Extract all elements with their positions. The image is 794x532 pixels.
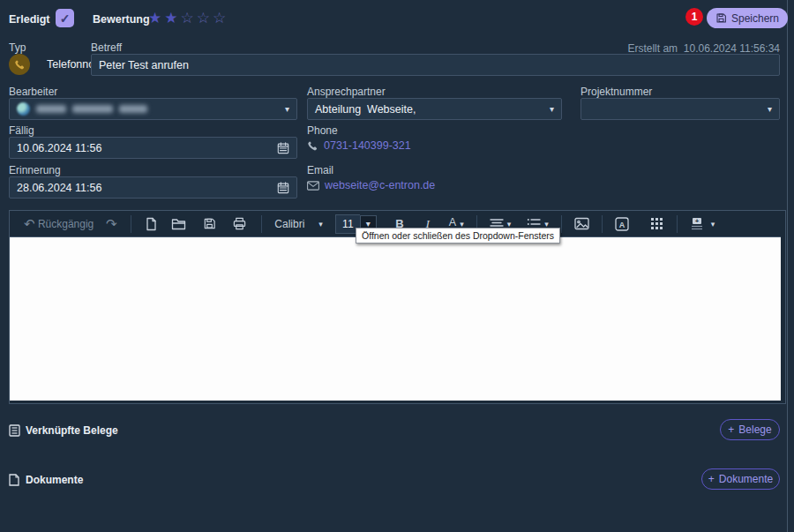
calendar-icon[interactable]: [277, 182, 289, 194]
plus-icon: +: [708, 473, 715, 485]
chevron-down-icon: ▾: [460, 220, 464, 229]
star-icon[interactable]: ★: [164, 10, 180, 26]
undo-button[interactable]: ↶ Rückgängig: [22, 214, 95, 234]
star-icon[interactable]: ★: [148, 10, 164, 26]
svg-text:A: A: [619, 220, 625, 229]
insert-image-button[interactable]: [573, 214, 591, 234]
note-type-badge: [9, 54, 30, 75]
email-label: Email: [307, 164, 333, 176]
bewertung-label: Bewertung: [93, 13, 150, 26]
toolbar-separator: [677, 215, 678, 233]
editor-content-area[interactable]: [10, 236, 781, 401]
redo-icon: ↷: [106, 217, 117, 230]
add-dokumente-button[interactable]: + Dokumente: [701, 468, 780, 490]
faellig-value: 10.06.2024 11:56: [17, 142, 101, 154]
dropdown-tooltip: Öffnen oder schließen des Dropdown-Fenst…: [356, 228, 560, 244]
note-detail-page: Erledigt ✓ Bewertung ★★☆☆☆ 1 Speichern T…: [0, 0, 794, 532]
betreff-input[interactable]: Peter Test anrufen: [91, 54, 780, 76]
chevron-down-icon[interactable]: ▾: [768, 105, 772, 114]
document-icon: [9, 474, 19, 486]
font-name-select[interactable]: Calibri ▾: [273, 214, 325, 234]
created-at-value: 10.06.2024 11:56:34: [684, 42, 780, 55]
ansprechpartner-select[interactable]: Abteilung Webseite, ▾: [307, 98, 562, 120]
bearbeiter-label: Bearbeiter: [9, 86, 57, 98]
insert-table-button[interactable]: [648, 214, 666, 234]
faellig-label: Fällig: [9, 124, 34, 137]
star-icon[interactable]: ☆: [213, 10, 228, 26]
ansprechpartner-value: Abteilung Webseite,: [315, 103, 416, 116]
printer-icon: [233, 217, 246, 230]
email-link[interactable]: webseite@c-entron.de: [325, 179, 435, 191]
ansprechpartner-label: Ansprechpartner: [307, 86, 386, 98]
calendar-icon[interactable]: [277, 142, 289, 154]
image-icon: [574, 217, 589, 230]
envelope-icon: [307, 181, 319, 191]
projektnummer-label: Projektnummer: [581, 86, 652, 98]
receipt-icon: [9, 424, 20, 437]
font-size-value: 11: [342, 218, 353, 230]
phone-icon: [307, 140, 318, 152]
dokumente-section-title: Dokumente: [26, 474, 83, 486]
add-belege-button[interactable]: + Belege: [720, 419, 780, 440]
undo-label: Rückgängig: [38, 218, 94, 230]
folder-open-icon: [171, 218, 186, 230]
erinnerung-label: Erinnerung: [9, 164, 61, 176]
new-document-button[interactable]: [142, 214, 160, 234]
bearbeiter-select[interactable]: ▾: [9, 98, 297, 120]
plus-icon: +: [728, 423, 734, 436]
betreff-input-value: Peter Test anrufen: [99, 59, 189, 71]
check-icon: ✓: [60, 11, 71, 26]
typ-label: Typ: [9, 41, 26, 54]
toolbar-separator: [131, 215, 131, 233]
add-belege-label: Belege: [738, 423, 771, 436]
chevron-down-icon[interactable]: ▾: [550, 105, 554, 114]
phone-icon: [14, 59, 26, 71]
save-document-button[interactable]: [200, 214, 218, 234]
rating-stars[interactable]: ★★☆☆☆: [148, 9, 228, 27]
new-document-icon: [145, 217, 158, 231]
font-name-value: Calibri: [274, 218, 304, 230]
phone-label: Phone: [307, 124, 338, 137]
table-grid-icon: [650, 217, 663, 230]
save-button-label: Speichern: [731, 12, 779, 25]
insert-field-icon: +: [690, 217, 704, 230]
created-at: Erstellt am 10.06.2024 11:56:34: [627, 42, 780, 55]
print-button[interactable]: [230, 214, 248, 234]
notification-badge: 1: [685, 8, 703, 26]
chevron-down-icon: ▾: [318, 220, 323, 229]
open-document-button[interactable]: [169, 214, 188, 234]
toolbar-separator: [261, 215, 262, 233]
bearbeiter-avatar: [17, 102, 30, 116]
erinnerung-input[interactable]: 28.06.2024 11:56: [9, 176, 297, 199]
save-icon: [715, 12, 727, 24]
phone-row: 0731-140399-321: [307, 139, 411, 152]
email-row: webseite@c-entron.de: [307, 179, 435, 191]
save-icon: [203, 217, 216, 230]
belege-section-title: Verknüpfte Belege: [26, 424, 118, 437]
star-icon[interactable]: ☆: [197, 10, 213, 26]
add-dokumente-label: Dokumente: [719, 473, 773, 485]
chevron-down-icon: ▾: [507, 220, 512, 229]
text-style-icon: A: [615, 217, 629, 231]
toolbar-separator: [602, 215, 603, 233]
undo-icon: ↶: [24, 217, 35, 230]
erledigt-label: Erledigt: [9, 13, 50, 26]
save-button[interactable]: Speichern: [707, 8, 788, 28]
page-right-divider: [787, 0, 788, 532]
faellig-input[interactable]: 10.06.2024 11:56: [9, 137, 297, 159]
svg-text:+: +: [695, 218, 699, 224]
redo-button[interactable]: ↷: [102, 214, 120, 234]
text-style-button[interactable]: A: [613, 214, 631, 234]
bearbeiter-value-redacted: [36, 103, 154, 116]
betreff-label: Betreff: [91, 41, 122, 54]
projektnummer-select[interactable]: ▾: [581, 98, 780, 120]
toolbar-separator: [561, 215, 562, 233]
erledigt-checkbox[interactable]: ✓: [56, 9, 74, 27]
erinnerung-value: 28.06.2024 11:56: [17, 182, 101, 194]
chevron-down-icon[interactable]: ▾: [285, 105, 289, 114]
insert-field-button[interactable]: + ▾: [688, 214, 717, 234]
created-at-label: Erstellt am: [627, 42, 678, 55]
phone-link[interactable]: 0731-140399-321: [324, 139, 411, 152]
chevron-down-icon: ▾: [711, 220, 715, 229]
star-icon[interactable]: ☆: [181, 10, 197, 26]
